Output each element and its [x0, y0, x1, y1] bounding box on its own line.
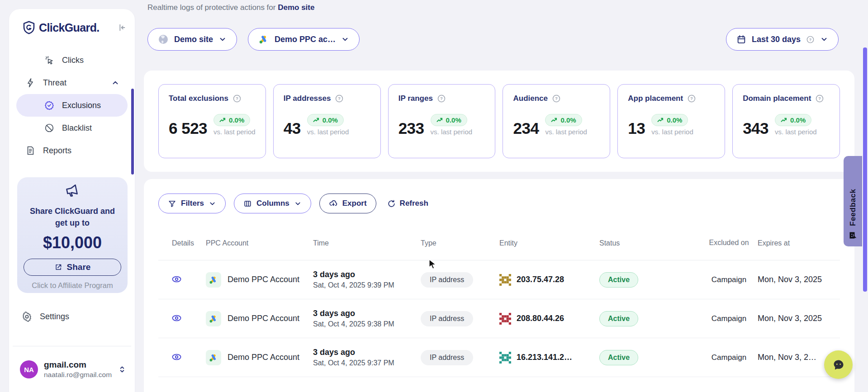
columns-button[interactable]: Columns	[234, 194, 311, 213]
share-button[interactable]: Share	[24, 259, 121, 276]
stat-label: Domain placement	[743, 94, 811, 103]
avatar: NA	[20, 360, 38, 378]
help-circle-icon[interactable]: ?	[335, 94, 344, 103]
globe-icon	[158, 34, 169, 45]
feedback-tab[interactable]: Feedback	[844, 156, 862, 246]
entity-value: 208.80.44.26	[517, 314, 564, 323]
type-badge: IP address	[421, 350, 473, 365]
time-absolute: Sat, Oct 4, 2025 9:37 PM	[313, 359, 421, 367]
refresh-button[interactable]: Refresh	[387, 199, 428, 208]
sidebar-header: ClickGuard.	[23, 21, 127, 34]
status-badge: Active	[599, 272, 638, 288]
sidebar-item-reports[interactable]: Reports	[16, 139, 128, 162]
megaphone-icon	[65, 184, 80, 199]
stat-change-badge: 0.0%	[651, 114, 688, 126]
stat-caption: vs. last period	[431, 128, 473, 136]
help-circle-icon[interactable]: ?	[552, 94, 561, 103]
feedback-label: Feedback	[849, 163, 858, 226]
column-header: PPC Account	[206, 239, 313, 247]
column-header: Expires at	[758, 239, 840, 247]
refresh-icon	[387, 199, 396, 208]
column-header: Excluded on	[709, 238, 749, 248]
expires-at-value: Mon, Nov 3, 2025	[758, 314, 840, 323]
view-details-button[interactable]	[170, 350, 183, 364]
ppc-account-name: Demo PPC Account	[228, 353, 299, 362]
trend-up-icon	[219, 117, 226, 123]
google-ads-icon	[206, 350, 221, 365]
date-range-selector[interactable]: Last 30 days ?	[726, 28, 839, 51]
stat-label: Audience	[513, 94, 548, 103]
stat-change-value: 0.0%	[323, 116, 338, 124]
funnel-icon	[168, 199, 176, 208]
page-scrollbar-thumb[interactable]	[863, 47, 867, 292]
promo-caption[interactable]: Click to Affiliate Program	[17, 281, 128, 290]
filters-button[interactable]: Filters	[158, 194, 226, 213]
user-email: naatali.ro@gmail.com	[44, 371, 112, 379]
chevron-down-icon	[820, 35, 828, 43]
sidebar-nav: Clicks Threat Exclusions	[16, 49, 128, 162]
stat-change-value: 0.0%	[446, 116, 461, 124]
column-header: Type	[421, 239, 499, 247]
entity-identicon	[499, 352, 511, 364]
stat-caption: vs. last period	[775, 128, 817, 136]
svg-text:?: ?	[236, 96, 238, 101]
stat-label: App placement	[628, 94, 683, 103]
chat-launcher-button[interactable]	[824, 350, 853, 379]
help-circle-icon[interactable]: ?	[232, 94, 242, 103]
time-relative: 3 days ago	[313, 309, 421, 318]
sidebar-collapse-icon[interactable]	[117, 23, 127, 33]
chevron-up-icon[interactable]	[111, 79, 119, 87]
ppc-account-selector[interactable]: Demo PPC ac…	[248, 28, 360, 51]
table-row: Demo PPC Account 3 days ago Sat, Oct 4, …	[158, 338, 840, 377]
export-button[interactable]: Export	[319, 194, 376, 213]
sidebar-item-settings[interactable]: Settings	[16, 306, 128, 327]
help-circle-icon[interactable]: ?	[815, 94, 824, 103]
site-selector[interactable]: Demo site	[147, 28, 237, 51]
sidebar-item-label: Threat	[43, 78, 66, 88]
columns-icon	[243, 199, 252, 208]
sidebar-divider	[13, 346, 131, 346]
type-badge: IP address	[421, 272, 473, 288]
stat-change-badge: 0.0%	[213, 114, 250, 126]
view-details-button[interactable]	[170, 273, 183, 286]
help-circle-icon[interactable]: ?	[687, 94, 696, 103]
sidebar-item-clicks[interactable]: Clicks	[16, 49, 128, 71]
stat-label: Total exclusions	[169, 94, 228, 103]
table-header-row: Details PPC Account Time Type Entity Sta…	[158, 226, 840, 260]
chevron-down-icon	[294, 200, 302, 208]
svg-text:?: ?	[690, 96, 693, 101]
column-header: Status	[599, 239, 700, 247]
stat-card: App placement ? 13 0.0% vs. last period	[617, 84, 725, 158]
view-details-button[interactable]	[170, 312, 183, 325]
ban-icon	[44, 123, 54, 133]
lightning-icon	[25, 78, 35, 88]
stat-value: 234	[513, 121, 539, 136]
google-ads-icon	[206, 272, 221, 288]
user-account[interactable]: NA gmail.com naatali.ro@gmail.com	[14, 353, 129, 386]
filters-label: Filters	[181, 199, 204, 208]
excluded-on-value: Campaign	[700, 353, 758, 362]
column-header: Details	[158, 239, 206, 247]
sidebar-item-threat[interactable]: Threat	[16, 71, 128, 94]
entity-identicon	[499, 274, 511, 286]
mouse-cursor	[428, 259, 438, 270]
help-circle-icon[interactable]: ?	[437, 94, 446, 103]
brand: ClickGuard.	[23, 21, 100, 34]
table-toolbar: Filters Columns Export	[158, 194, 840, 213]
column-header: Entity	[499, 239, 599, 247]
clicks-cursor-icon	[44, 55, 54, 65]
stat-card: Audience ? 234 0.0% vs. last period	[503, 84, 610, 158]
sidebar-item-label: Reports	[43, 146, 71, 156]
stat-card: Total exclusions ? 6 523 0.0% vs. last p…	[158, 84, 266, 158]
sidebar-item-exclusions[interactable]: Exclusions	[16, 94, 128, 117]
help-circle-icon[interactable]: ?	[806, 35, 815, 44]
stats-summary-card: Total exclusions ? 6 523 0.0% vs. last p…	[144, 71, 854, 172]
sidebar-item-blacklist[interactable]: Blacklist	[16, 117, 128, 139]
trend-up-icon	[781, 117, 787, 123]
ppc-account-selector-label: Demo PPC ac…	[275, 35, 336, 44]
trend-up-icon	[436, 117, 443, 123]
column-header: Time	[313, 239, 421, 247]
stat-value: 343	[743, 121, 768, 136]
sidebar-scrollbar-thumb[interactable]	[131, 89, 134, 175]
stat-card: IP addresses ? 43 0.0% vs. last period	[273, 84, 381, 158]
